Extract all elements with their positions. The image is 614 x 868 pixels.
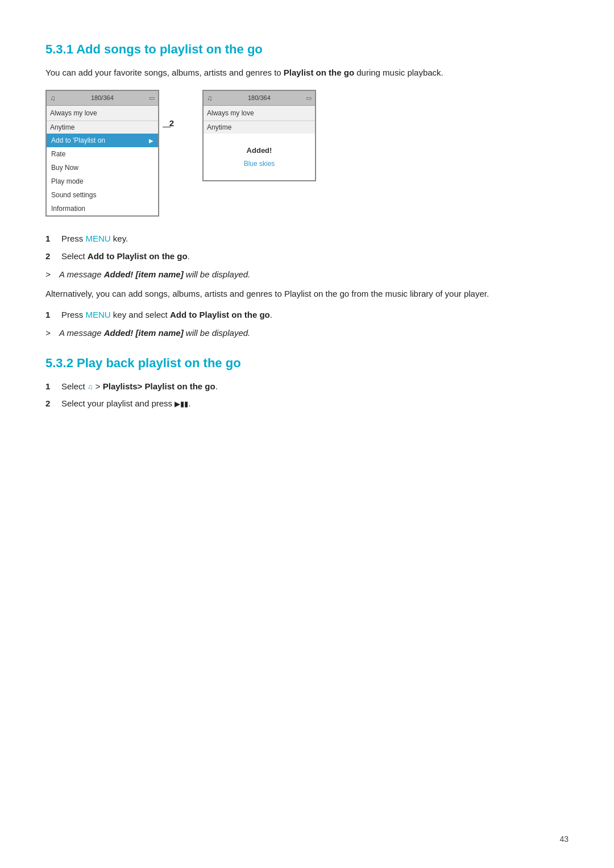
device-right-track-count: 180/364 <box>216 93 302 103</box>
section-532-title: 5.3.2 Play back playlist on the go <box>45 354 569 372</box>
result-1-item: > A message Added! [item name] will be d… <box>45 268 569 281</box>
devices-illustration: ♫ 180/364 ▭ Always my love Anytime Add t… <box>45 90 569 217</box>
menu-item-sound-settings: Sound settings <box>47 188 158 202</box>
device-added-name: Blue skies <box>208 159 310 169</box>
step-3-content: Press MENU key and select Add to Playlis… <box>61 309 272 322</box>
music-note-icon-left: ♫ <box>50 93 56 104</box>
section-531-intro: You can add your favorite songs, albums,… <box>45 67 569 80</box>
step-1-number: 1 <box>45 232 59 246</box>
steps-list-2: 1 Press MENU key and select Add to Playl… <box>45 309 569 322</box>
steps-list-3: 1 Select ♫ > Playlists> Playlist on the … <box>45 380 569 410</box>
step-3-bold: Add to Playlist on the go <box>170 310 270 319</box>
device-right-artist: Anytime <box>204 121 315 134</box>
result-2-content: A message Added! [item name] will be dis… <box>59 327 250 340</box>
step-1-content: Press MENU key. <box>61 232 128 246</box>
arrow-indicator: — <box>163 121 171 132</box>
step-2-content: Select Add to Playlist on the go. <box>61 250 190 263</box>
menu-item-add-to-playlist: Add to 'Playlist on <box>47 134 158 147</box>
menu-keyword-2: MENU <box>86 310 111 319</box>
step-1-item: 1 Press MENU key. <box>45 232 569 246</box>
device-left-battery: ▭ <box>149 93 155 103</box>
device-right-song: Always my love <box>204 106 315 121</box>
menu-item-play-mode: Play mode <box>47 175 158 188</box>
device-right-header: ♫ 180/364 ▭ <box>204 91 315 106</box>
section-531-title: 5.3.1 Add songs to playlist on the go <box>45 40 569 59</box>
device-right-battery: ▭ <box>306 93 312 103</box>
result-2-bold-italic: Added! [item name] <box>104 328 184 338</box>
result-2-item: > A message Added! [item name] will be d… <box>45 327 569 340</box>
step-4-number: 1 <box>45 380 59 393</box>
step-4-content: Select ♫ > Playlists> Playlist on the go… <box>61 380 218 393</box>
result-2-arrow: > <box>45 327 57 340</box>
step-4-bold: Playlists> Playlist on the go <box>103 381 215 391</box>
step-4-item: 1 Select ♫ > Playlists> Playlist on the … <box>45 380 569 393</box>
music-note-inline: ♫ <box>88 383 93 391</box>
play-pause-icon: ▶▮▮ <box>175 400 188 408</box>
device-left-screen: ♫ 180/364 ▭ Always my love Anytime Add t… <box>45 90 159 217</box>
device-left-track-count: 180/364 <box>59 93 146 103</box>
device-left-artist: Anytime <box>47 121 158 134</box>
device-left-song: Always my love <box>47 106 158 121</box>
device-added-label: Added! <box>208 145 310 156</box>
step-2-item: 2 Select Add to Playlist on the go. <box>45 250 569 263</box>
result-1-bold-italic: Added! [item name] <box>104 269 184 279</box>
step-3-item: 1 Press MENU key and select Add to Playl… <box>45 309 569 322</box>
steps-list-1: 1 Press MENU key. 2 Select Add to Playli… <box>45 232 569 263</box>
menu-item-buy-now: Buy Now <box>47 161 158 175</box>
result-1-content: A message Added! [item name] will be dis… <box>59 268 250 281</box>
device-right-screen: ♫ 180/364 ▭ Always my love Anytime Added… <box>202 90 316 181</box>
step-5-number: 2 <box>45 397 59 410</box>
step-5-content: Select your playlist and press ▶▮▮. <box>61 397 190 410</box>
menu-item-rate: Rate <box>47 147 158 161</box>
device-right-added-area: Added! Blue skies <box>204 134 315 180</box>
result-1-arrow: > <box>45 268 57 281</box>
menu-item-information: Information <box>47 202 158 215</box>
step-5-item: 2 Select your playlist and press ▶▮▮. <box>45 397 569 410</box>
device-left-header: ♫ 180/364 ▭ <box>47 91 158 106</box>
step-3-number: 1 <box>45 309 59 322</box>
page-number: 43 <box>559 833 569 845</box>
step-2-bold: Add to Playlist on the go <box>88 251 188 261</box>
para-middle: Alternatively, you can add songs, albums… <box>45 287 569 301</box>
step-2-number: 2 <box>45 250 59 263</box>
device-left-menu: Add to 'Playlist on Rate Buy Now Play mo… <box>47 134 158 215</box>
music-note-icon-right: ♫ <box>207 93 213 104</box>
menu-keyword-1: MENU <box>86 234 111 243</box>
